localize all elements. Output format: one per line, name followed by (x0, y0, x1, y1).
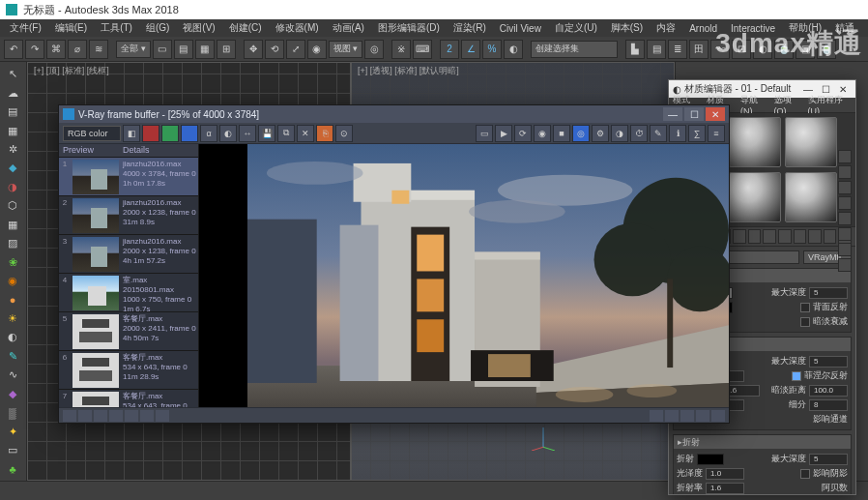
menu-script[interactable]: 脚本(S) (605, 19, 649, 37)
vfb-history-item[interactable]: 1jianzhu2016.max4000 x 3784, frame 01h 0… (59, 158, 198, 196)
max-depth-spinner[interactable]: 5 (809, 287, 848, 299)
menu-group[interactable]: 组(G) (140, 19, 175, 37)
vfb-render-icon[interactable]: ▶ (495, 125, 512, 142)
mated-showmap-button[interactable] (794, 229, 807, 244)
menu-customize[interactable]: 自定义(U) (549, 19, 603, 37)
layers-button[interactable]: ≣ (668, 40, 687, 59)
mated-backlight-button[interactable] (838, 165, 852, 179)
rotate-button[interactable]: ⟲ (265, 40, 284, 59)
material-slot-3[interactable] (785, 117, 837, 167)
vfb-cc-icon[interactable]: ◑ (611, 125, 628, 142)
snap-pct-button[interactable]: % (482, 40, 502, 59)
vfb-ipr-icon[interactable]: ◉ (534, 125, 551, 142)
link-button[interactable]: ⌘ (46, 40, 66, 59)
mated-putlib-button[interactable] (763, 229, 776, 244)
menu-anim[interactable]: 动画(A) (327, 19, 370, 37)
vfb-close-button[interactable]: ✕ (706, 107, 725, 121)
fresnel-checkbox[interactable] (792, 371, 801, 381)
lt-cloth-icon[interactable]: ▒ (2, 404, 23, 421)
viewport-top-label[interactable]: [+] [顶] [标准] [线框] (34, 65, 109, 77)
menu-interactive[interactable]: Interactive (725, 21, 781, 36)
vfb-stat-3[interactable] (94, 410, 107, 422)
vfb-stat-7[interactable] (156, 410, 169, 422)
lt-uv-icon[interactable]: ▦ (2, 217, 23, 233)
ior-spinner[interactable]: 1.6 (706, 483, 744, 494)
lt-light-icon[interactable]: ✦ (2, 423, 23, 439)
select-region-button[interactable]: ▦ (195, 40, 215, 59)
mated-matid-button[interactable] (778, 229, 792, 244)
lt-cloud-icon[interactable]: ☁ (2, 84, 23, 101)
vfb-history-item[interactable]: 6客餐厅.max534 x 643, frame 011m 28.9s (59, 351, 198, 390)
manip-button[interactable]: ※ (391, 40, 411, 59)
vfb-pick-icon[interactable]: ✎ (650, 125, 667, 142)
ribbon-toggle-button[interactable]: 田 (689, 40, 709, 59)
snap-2d-button[interactable]: 2 (440, 40, 459, 59)
vfb-history-list[interactable]: 1jianzhu2016.max4000 x 3784, frame 01h 0… (59, 158, 198, 407)
vfb-switch-icon[interactable]: ↔ (239, 125, 256, 142)
vfb-stat-11[interactable] (696, 410, 709, 422)
lt-sphere-icon[interactable]: ● (2, 291, 23, 308)
curve-editor-button[interactable]: 〰 (710, 40, 730, 59)
menu-content[interactable]: 内容 (651, 19, 681, 37)
vfb-history-item[interactable]: 7客餐厅.max534 x 643, frame 04h 4m 21.7s (59, 390, 198, 407)
vfb-track-icon[interactable]: ⊙ (335, 125, 353, 142)
lt-building-icon[interactable]: ▤ (2, 103, 23, 120)
menu-file[interactable]: 文件(F) (4, 19, 47, 37)
vfb-titlebar[interactable]: V-Ray frame buffer - [25% of 4000 x 3784… (59, 105, 729, 123)
vfb-debug-icon[interactable]: ⚙ (592, 125, 609, 142)
vfb-maximize-button[interactable]: ☐ (684, 107, 704, 121)
vfb-blue-icon[interactable] (181, 125, 198, 142)
refcoord-dropdown[interactable]: 视图 ▾ (329, 41, 363, 58)
vfb-save-icon[interactable]: 💾 (258, 125, 275, 142)
mated-select-button[interactable] (838, 243, 852, 256)
menu-modifiers[interactable]: 修改器(M) (270, 19, 325, 37)
lt-select-icon[interactable]: ↖ (2, 66, 23, 82)
vfb-renderlast-icon[interactable]: ⟳ (514, 125, 532, 142)
render-fb-button[interactable]: ▣ (796, 40, 815, 59)
mated-makeunique-button[interactable] (748, 229, 762, 244)
vfb-stat-5[interactable] (125, 410, 138, 422)
lt-unwrap-icon[interactable]: ▨ (2, 235, 23, 251)
vfb-history-item[interactable]: 4室.max 20150801.max1000 x 750, frame 01m… (59, 274, 198, 312)
subdiv-spinner[interactable]: 8 (809, 399, 848, 411)
lt-hair-icon[interactable]: ❀ (2, 253, 23, 270)
mated-video-button[interactable] (838, 212, 852, 225)
vfb-history-item[interactable]: 2jianzhu2016.max2000 x 1238, frame 031m … (59, 196, 198, 235)
vfb-history-item[interactable]: 3jianzhu2016.max2000 x 1238, frame 04h 1… (59, 235, 198, 274)
named-sel-dropdown[interactable]: 创建选择集 (531, 41, 618, 58)
menu-mastery[interactable]: 精通 (829, 19, 860, 37)
dim-checkbox[interactable] (800, 317, 810, 327)
menu-view[interactable]: 视图(V) (177, 19, 220, 37)
menu-create[interactable]: 创建(C) (223, 19, 268, 37)
lt-mesh-icon[interactable]: ⬡ (2, 197, 23, 214)
vfb-stat-6[interactable] (140, 410, 154, 422)
vfb-stat-4[interactable] (109, 410, 123, 422)
vfb-stat-9[interactable] (665, 410, 679, 422)
menu-civilview[interactable]: Civil View (494, 21, 547, 36)
move-button[interactable]: ✥ (244, 40, 263, 59)
lt-lock-icon[interactable]: ▦ (2, 122, 23, 138)
vfb-stat-12[interactable] (711, 410, 725, 422)
select-button[interactable]: ▭ (153, 40, 172, 59)
vfb-stat-10[interactable] (680, 410, 694, 422)
scale-button[interactable]: ⤢ (286, 40, 305, 59)
vfb-alpha-icon[interactable]: α (200, 125, 217, 142)
menu-graph[interactable]: 图形编辑器(D) (372, 19, 446, 37)
select-name-button[interactable]: ▤ (174, 40, 193, 59)
mated-sample-type-button[interactable] (838, 150, 852, 163)
vfb-info-icon[interactable]: ℹ (669, 125, 686, 142)
vfb-stop-icon[interactable]: ■ (553, 125, 570, 142)
menu-edit[interactable]: 编辑(E) (49, 19, 93, 37)
vfb-channel-dropdown[interactable]: RGB color (63, 126, 121, 141)
refl-max-depth-spinner[interactable]: 5 (809, 356, 848, 368)
lt-path-icon[interactable]: ∿ (2, 367, 23, 383)
material-slot-5[interactable] (729, 172, 781, 222)
vfb-red-icon[interactable] (142, 125, 159, 142)
mated-options-button[interactable] (838, 227, 852, 241)
mated-bg-button[interactable] (838, 181, 852, 194)
refr-maxdepth-spinner[interactable]: 5 (809, 454, 848, 465)
vfb-green-icon[interactable] (161, 125, 179, 142)
render-setup-button[interactable]: 🍵 (774, 40, 794, 59)
lt-mass-icon[interactable]: ◆ (2, 385, 23, 401)
vfb-stat-8[interactable] (650, 410, 663, 422)
